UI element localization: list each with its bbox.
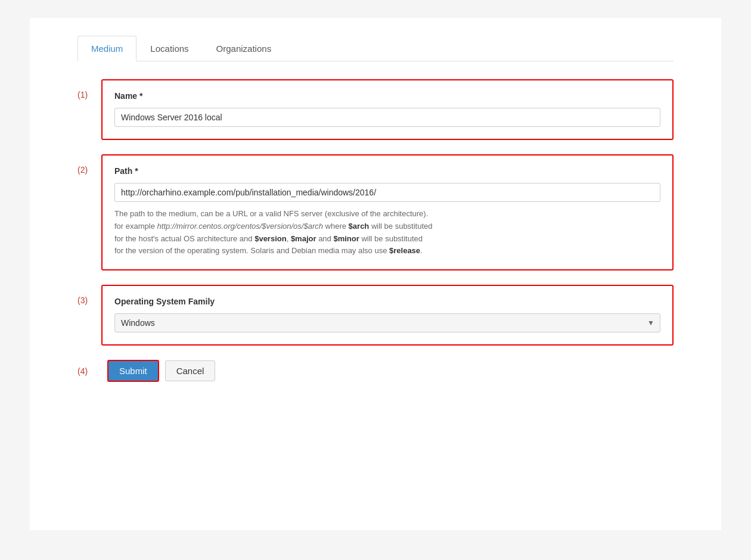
section-2-number: (2) (77, 154, 101, 175)
path-input[interactable] (114, 183, 660, 202)
os-family-section-wrapper: (3) Operating System Family - AIX Altlin… (77, 285, 674, 346)
tab-locations[interactable]: Locations (136, 36, 202, 61)
section-4-number: (4) (77, 366, 101, 376)
os-family-select[interactable]: - AIX Altlinux Archlinux Coreos Debian F… (114, 313, 660, 332)
section-1-number: (1) (77, 79, 101, 99)
section-3-number: (3) (77, 285, 101, 305)
tab-organizations[interactable]: Organizations (203, 36, 285, 61)
name-section-box: Name * (101, 79, 674, 140)
os-family-section-box: Operating System Family - AIX Altlinux A… (101, 285, 674, 346)
tab-medium[interactable]: Medium (77, 36, 136, 61)
buttons-row: (4) Submit Cancel (77, 360, 674, 382)
page-container: Medium Locations Organizations (1) Name … (30, 18, 721, 530)
path-help-text: The path to the medium, can be a URL or … (114, 208, 660, 257)
name-input[interactable] (114, 108, 660, 127)
tabs-bar: Medium Locations Organizations (77, 36, 674, 61)
name-label: Name * (114, 91, 660, 101)
path-section-box: Path * The path to the medium, can be a … (101, 154, 674, 270)
name-section-wrapper: (1) Name * (77, 79, 674, 140)
cancel-button[interactable]: Cancel (165, 360, 216, 381)
os-family-select-wrapper: - AIX Altlinux Archlinux Coreos Debian F… (114, 313, 660, 332)
submit-button[interactable]: Submit (107, 360, 159, 382)
path-label: Path * (114, 166, 660, 176)
os-family-label: Operating System Family (114, 297, 660, 306)
path-section-wrapper: (2) Path * The path to the medium, can b… (77, 154, 674, 270)
